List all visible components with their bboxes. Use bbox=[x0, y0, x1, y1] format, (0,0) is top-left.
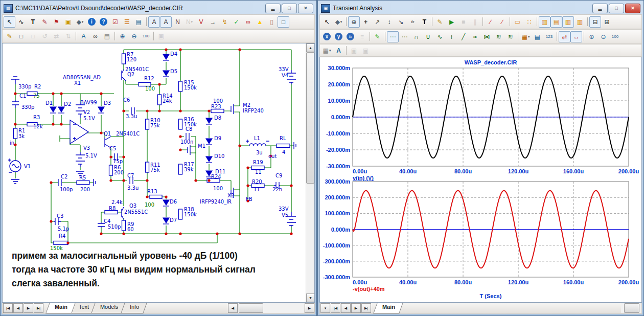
zoom-in-icon[interactable]: ⊕ bbox=[586, 31, 597, 42]
show-power-icon[interactable]: ↯ bbox=[219, 16, 231, 28]
next-data-point-icon[interactable]: ⋯ bbox=[399, 31, 410, 42]
minimize-icon[interactable]: ▂ bbox=[592, 4, 608, 13]
prev-page-icon[interactable]: ◀ bbox=[341, 303, 351, 313]
ruler-icon[interactable]: ▤ bbox=[550, 16, 562, 28]
vertical-scroll-thumb[interactable] bbox=[306, 52, 314, 184]
document-arrow-icon[interactable]: ▤ bbox=[133, 16, 145, 28]
formula-text-icon[interactable]: fx bbox=[407, 16, 419, 28]
pan-mode-icon[interactable]: + bbox=[360, 16, 372, 28]
horizontal-scroll-thumb[interactable] bbox=[239, 303, 263, 313]
transient-scroll-thumb[interactable] bbox=[624, 303, 639, 313]
show-node-numbers-icon[interactable]: N bbox=[172, 16, 183, 28]
show-condition-icon[interactable]: ✓ bbox=[231, 16, 242, 28]
zoom-100-icon[interactable]: 100 bbox=[609, 31, 621, 42]
last-page-icon[interactable]: ▶| bbox=[34, 303, 43, 313]
zoom-out-icon[interactable]: ⊖ bbox=[597, 31, 609, 42]
wire-mode-icon[interactable]: ∿ bbox=[15, 16, 27, 28]
flag-mode-icon[interactable]: ⚑ bbox=[51, 16, 62, 28]
tab-info[interactable]: Info bbox=[121, 303, 147, 313]
low-icon[interactable]: ≀ bbox=[446, 31, 457, 42]
line-mode-icon[interactable]: ✎ bbox=[39, 16, 51, 28]
select-region-icon[interactable]: ▭ bbox=[512, 16, 523, 28]
select-icon[interactable]: ↖ bbox=[321, 16, 333, 28]
prev-page-icon[interactable]: ◀ bbox=[13, 303, 23, 313]
transient-titlebar[interactable]: ▣ Transient Analysis ▂□✕ bbox=[319, 2, 642, 14]
schematic-canvas[interactable]: R71202N5401CQ2R12100AD8055AN_ADX1330pR27… bbox=[2, 43, 315, 303]
show-node-voltages-icon[interactable]: N bbox=[183, 16, 195, 28]
pause-icon[interactable]: ∥ bbox=[469, 16, 481, 28]
global-low-icon[interactable]: ≋ bbox=[504, 31, 516, 42]
slope-up-icon[interactable]: ∕ bbox=[485, 16, 496, 28]
scroll-down-icon[interactable]: ▼ bbox=[306, 294, 315, 302]
picture-mode-icon[interactable]: ▣ bbox=[62, 16, 74, 28]
shapes-icon[interactable]: ◆ bbox=[74, 16, 86, 28]
find-component-icon[interactable]: A bbox=[78, 31, 89, 42]
peak-icon[interactable]: ∩ bbox=[410, 31, 422, 42]
maximize-icon[interactable]: □ bbox=[282, 4, 297, 13]
mirror-icon[interactable]: ⇄ bbox=[51, 31, 62, 42]
select-icon[interactable]: ↖ bbox=[4, 16, 15, 28]
x-axis-icon[interactable]: x bbox=[321, 31, 333, 42]
slope-icon[interactable]: ╱ bbox=[457, 31, 469, 42]
close-icon[interactable]: ✕ bbox=[298, 4, 313, 13]
info-icon[interactable]: i bbox=[86, 16, 98, 28]
text-mode-icon[interactable]: T bbox=[419, 16, 430, 28]
scroll-left-icon[interactable]: ◀ bbox=[228, 303, 238, 313]
selection-box-icon[interactable]: □ bbox=[15, 31, 27, 42]
next-page-icon[interactable]: ▶ bbox=[351, 303, 361, 313]
data-points-icon[interactable]: ∷ bbox=[523, 16, 535, 28]
clear-icon[interactable]: □ bbox=[27, 31, 39, 42]
cursor-boundaries-icon[interactable]: ↔ bbox=[570, 31, 582, 42]
rubber-band-icon[interactable]: ☰ bbox=[121, 16, 133, 28]
rotate-icon[interactable]: ↺ bbox=[39, 31, 51, 42]
y-axis-icon[interactable]: y bbox=[333, 31, 344, 42]
scroll-right-icon[interactable]: ▶ bbox=[305, 303, 314, 313]
cursor-follow-icon[interactable]: ⊞ bbox=[601, 16, 613, 28]
schematic-horizontal-scrollbar[interactable]: ◀ ▶ bbox=[227, 303, 314, 313]
plot-canvas[interactable]: 30.000m20.000m10.000m0.000m-10.000m-20.0… bbox=[319, 57, 642, 303]
show-grid-text-icon[interactable]: A bbox=[160, 16, 172, 28]
schematic-vertical-scrollbar[interactable]: ▲ ▼ bbox=[306, 43, 314, 302]
goto-icon[interactable]: ▤ bbox=[101, 31, 113, 42]
bring-front-icon[interactable]: ▣ bbox=[348, 45, 360, 56]
tab-main[interactable]: Main bbox=[373, 303, 403, 313]
horizontal-cursor-icon[interactable]: ⊟ bbox=[589, 16, 601, 28]
global-high-icon[interactable]: ≋ bbox=[493, 31, 504, 42]
check-document-icon[interactable]: ☑ bbox=[109, 16, 121, 28]
text-mode-icon[interactable]: T bbox=[27, 16, 39, 28]
flip-icon[interactable]: ⇅ bbox=[62, 31, 74, 42]
tab-list-dropdown-icon[interactable]: ▾ bbox=[320, 303, 330, 313]
run-icon[interactable]: ▶ bbox=[446, 16, 457, 28]
show-pin-connections-icon[interactable]: ∞ bbox=[242, 16, 254, 28]
tangent-icon[interactable]: ▥ bbox=[574, 16, 586, 28]
edit-plot-icon[interactable]: ✎ bbox=[372, 31, 383, 42]
close-icon[interactable]: ✕ bbox=[625, 4, 640, 13]
clipboard-icon[interactable]: ▦ bbox=[520, 31, 532, 42]
cursor-left-right-icon[interactable]: ⇄ bbox=[559, 31, 570, 42]
schematic-titlebar[interactable]: ▦ C:\MC11\DATA\Petrov\LDsound\decoder\WA… bbox=[2, 2, 315, 14]
attributes-icon[interactable]: ✎ bbox=[4, 31, 15, 42]
crossing-icon[interactable]: ⋈ bbox=[481, 31, 493, 42]
last-page-icon[interactable]: ▶| bbox=[361, 303, 371, 313]
zoom-out-icon[interactable]: ⊖ bbox=[128, 31, 140, 42]
numeric-output-icon[interactable]: ▤ bbox=[532, 31, 543, 42]
valley-icon[interactable]: ∪ bbox=[422, 31, 434, 42]
scroll-up-icon[interactable]: ▲ bbox=[306, 43, 315, 52]
slope-points-icon[interactable]: ∕ bbox=[496, 16, 508, 28]
next-page-icon[interactable]: ▶ bbox=[24, 303, 33, 313]
region-enclosure-icon[interactable]: □ bbox=[278, 16, 289, 28]
shapes-icon[interactable]: ◆ bbox=[333, 16, 344, 28]
first-page-icon[interactable]: |◀ bbox=[3, 303, 13, 313]
plus-marks-icon[interactable]: ▥ bbox=[562, 16, 574, 28]
tokens-icon[interactable]: ▥ bbox=[539, 16, 550, 28]
text-page-icon[interactable]: ▯ bbox=[266, 16, 278, 28]
horizontal-tag-icon[interactable]: ↘ bbox=[395, 16, 407, 28]
maximize-icon[interactable]: □ bbox=[609, 4, 624, 13]
scale-mode-icon[interactable]: ⊕ bbox=[348, 16, 360, 28]
design-warnings-icon[interactable]: ▲ bbox=[254, 16, 266, 28]
font-icon[interactable]: A bbox=[333, 45, 344, 56]
cursor-mode-icon[interactable]: ↗ bbox=[372, 16, 383, 28]
stop-icon[interactable]: ■ bbox=[457, 16, 469, 28]
zoom-100-icon[interactable]: 100 bbox=[140, 31, 152, 42]
show-current-icon[interactable]: → bbox=[207, 16, 219, 28]
